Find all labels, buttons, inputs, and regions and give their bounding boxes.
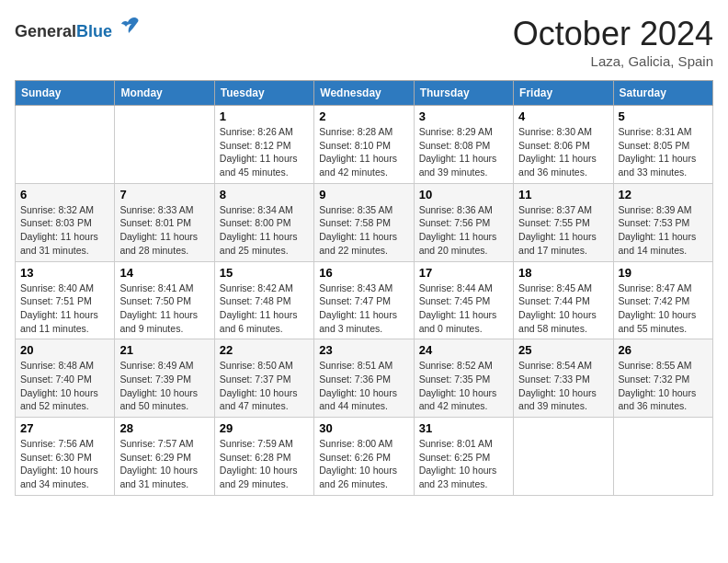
calendar-cell: 23Sunrise: 8:51 AM Sunset: 7:36 PM Dayli… bbox=[314, 339, 414, 418]
day-number: 31 bbox=[419, 421, 508, 435]
day-number: 17 bbox=[419, 266, 508, 280]
calendar-cell: 21Sunrise: 8:49 AM Sunset: 7:39 PM Dayli… bbox=[115, 339, 214, 418]
day-number: 4 bbox=[518, 109, 608, 123]
header-day-friday: Friday bbox=[514, 81, 613, 106]
calendar-cell: 11Sunrise: 8:37 AM Sunset: 7:55 PM Dayli… bbox=[514, 183, 613, 261]
day-number: 12 bbox=[619, 188, 708, 201]
day-number: 5 bbox=[619, 109, 708, 123]
day-number: 24 bbox=[419, 343, 508, 357]
day-number: 27 bbox=[20, 421, 109, 435]
day-number: 15 bbox=[220, 266, 309, 280]
calendar-cell: 27Sunrise: 7:56 AM Sunset: 6:30 PM Dayli… bbox=[16, 418, 115, 496]
day-number: 18 bbox=[518, 266, 608, 280]
calendar-cell: 25Sunrise: 8:54 AM Sunset: 7:33 PM Dayli… bbox=[514, 339, 613, 418]
day-number: 14 bbox=[119, 266, 209, 280]
calendar-body: 1Sunrise: 8:26 AM Sunset: 8:12 PM Daylig… bbox=[16, 106, 713, 496]
day-info: Sunrise: 8:31 AM Sunset: 8:05 PM Dayligh… bbox=[619, 125, 708, 179]
day-info: Sunrise: 8:35 AM Sunset: 7:58 PM Dayligh… bbox=[319, 203, 408, 258]
calendar-week-row: 20Sunrise: 8:48 AM Sunset: 7:40 PM Dayli… bbox=[16, 339, 713, 418]
calendar-cell bbox=[613, 418, 712, 496]
day-info: Sunrise: 8:32 AM Sunset: 8:03 PM Dayligh… bbox=[20, 203, 109, 258]
day-info: Sunrise: 7:59 AM Sunset: 6:28 PM Dayligh… bbox=[220, 437, 309, 491]
header-day-wednesday: Wednesday bbox=[314, 81, 414, 106]
day-info: Sunrise: 7:57 AM Sunset: 6:29 PM Dayligh… bbox=[119, 437, 209, 491]
calendar-cell: 1Sunrise: 8:26 AM Sunset: 8:12 PM Daylig… bbox=[214, 106, 313, 184]
day-number: 19 bbox=[619, 266, 708, 280]
day-number: 26 bbox=[619, 343, 708, 357]
calendar-cell: 26Sunrise: 8:55 AM Sunset: 7:32 PM Dayli… bbox=[613, 339, 712, 418]
month-title: October 2024 bbox=[513, 15, 713, 53]
calendar-cell: 20Sunrise: 8:48 AM Sunset: 7:40 PM Dayli… bbox=[16, 339, 115, 418]
calendar-cell: 31Sunrise: 8:01 AM Sunset: 6:25 PM Dayli… bbox=[414, 418, 513, 496]
header-day-saturday: Saturday bbox=[613, 81, 712, 106]
day-number: 13 bbox=[20, 266, 109, 280]
calendar-cell: 10Sunrise: 8:36 AM Sunset: 7:56 PM Dayli… bbox=[414, 183, 513, 261]
day-info: Sunrise: 8:48 AM Sunset: 7:40 PM Dayligh… bbox=[20, 359, 109, 413]
day-info: Sunrise: 8:39 AM Sunset: 7:53 PM Dayligh… bbox=[619, 203, 708, 258]
calendar-cell: 6Sunrise: 8:32 AM Sunset: 8:03 PM Daylig… bbox=[16, 183, 115, 261]
day-info: Sunrise: 8:43 AM Sunset: 7:47 PM Dayligh… bbox=[319, 282, 408, 336]
header-day-thursday: Thursday bbox=[414, 81, 513, 106]
day-info: Sunrise: 8:44 AM Sunset: 7:45 PM Dayligh… bbox=[419, 282, 508, 336]
day-info: Sunrise: 8:37 AM Sunset: 7:55 PM Dayligh… bbox=[518, 203, 608, 258]
calendar-table: SundayMondayTuesdayWednesdayThursdayFrid… bbox=[15, 80, 713, 496]
day-info: Sunrise: 8:00 AM Sunset: 6:26 PM Dayligh… bbox=[319, 437, 408, 491]
logo: GeneralBlue bbox=[15, 15, 141, 41]
calendar-cell: 17Sunrise: 8:44 AM Sunset: 7:45 PM Dayli… bbox=[414, 261, 513, 339]
header-day-sunday: Sunday bbox=[16, 81, 115, 106]
location-subtitle: Laza, Galicia, Spain bbox=[513, 53, 713, 69]
day-number: 7 bbox=[119, 188, 209, 201]
day-number: 11 bbox=[518, 188, 608, 201]
day-number: 29 bbox=[220, 421, 309, 435]
day-info: Sunrise: 8:47 AM Sunset: 7:42 PM Dayligh… bbox=[619, 282, 708, 336]
day-number: 22 bbox=[220, 343, 309, 357]
day-info: Sunrise: 8:42 AM Sunset: 7:48 PM Dayligh… bbox=[220, 282, 309, 336]
day-info: Sunrise: 8:50 AM Sunset: 7:37 PM Dayligh… bbox=[220, 359, 309, 413]
calendar-cell: 24Sunrise: 8:52 AM Sunset: 7:35 PM Dayli… bbox=[414, 339, 513, 418]
day-number: 2 bbox=[319, 109, 408, 123]
calendar-cell: 12Sunrise: 8:39 AM Sunset: 7:53 PM Dayli… bbox=[613, 183, 712, 261]
day-info: Sunrise: 8:29 AM Sunset: 8:08 PM Dayligh… bbox=[419, 125, 508, 179]
day-info: Sunrise: 7:56 AM Sunset: 6:30 PM Dayligh… bbox=[20, 437, 109, 491]
day-info: Sunrise: 8:51 AM Sunset: 7:36 PM Dayligh… bbox=[319, 359, 408, 413]
calendar-header-row: SundayMondayTuesdayWednesdayThursdayFrid… bbox=[16, 81, 713, 106]
calendar-cell: 22Sunrise: 8:50 AM Sunset: 7:37 PM Dayli… bbox=[214, 339, 313, 418]
day-number: 10 bbox=[419, 188, 508, 201]
calendar-cell: 19Sunrise: 8:47 AM Sunset: 7:42 PM Dayli… bbox=[613, 261, 712, 339]
day-info: Sunrise: 8:28 AM Sunset: 8:10 PM Dayligh… bbox=[319, 125, 408, 179]
day-number: 28 bbox=[119, 421, 209, 435]
calendar-cell: 28Sunrise: 7:57 AM Sunset: 6:29 PM Dayli… bbox=[115, 418, 214, 496]
calendar-cell: 14Sunrise: 8:41 AM Sunset: 7:50 PM Dayli… bbox=[115, 261, 214, 339]
day-number: 9 bbox=[319, 188, 408, 201]
header-day-monday: Monday bbox=[115, 81, 214, 106]
day-number: 25 bbox=[518, 343, 608, 357]
calendar-cell: 8Sunrise: 8:34 AM Sunset: 8:00 PM Daylig… bbox=[214, 183, 313, 261]
calendar-week-row: 1Sunrise: 8:26 AM Sunset: 8:12 PM Daylig… bbox=[16, 106, 713, 184]
day-info: Sunrise: 8:49 AM Sunset: 7:39 PM Dayligh… bbox=[119, 359, 209, 413]
calendar-cell: 3Sunrise: 8:29 AM Sunset: 8:08 PM Daylig… bbox=[414, 106, 513, 184]
day-number: 16 bbox=[319, 266, 408, 280]
day-info: Sunrise: 8:01 AM Sunset: 6:25 PM Dayligh… bbox=[419, 437, 508, 491]
day-info: Sunrise: 8:26 AM Sunset: 8:12 PM Dayligh… bbox=[220, 125, 309, 179]
calendar-week-row: 6Sunrise: 8:32 AM Sunset: 8:03 PM Daylig… bbox=[16, 183, 713, 261]
calendar-cell: 30Sunrise: 8:00 AM Sunset: 6:26 PM Dayli… bbox=[314, 418, 414, 496]
calendar-week-row: 13Sunrise: 8:40 AM Sunset: 7:51 PM Dayli… bbox=[16, 261, 713, 339]
calendar-cell: 4Sunrise: 8:30 AM Sunset: 8:06 PM Daylig… bbox=[514, 106, 613, 184]
calendar-cell bbox=[115, 106, 214, 184]
day-number: 6 bbox=[20, 188, 109, 201]
calendar-cell: 5Sunrise: 8:31 AM Sunset: 8:05 PM Daylig… bbox=[613, 106, 712, 184]
day-info: Sunrise: 8:36 AM Sunset: 7:56 PM Dayligh… bbox=[419, 203, 508, 258]
day-info: Sunrise: 8:41 AM Sunset: 7:50 PM Dayligh… bbox=[119, 282, 209, 336]
day-number: 21 bbox=[119, 343, 209, 357]
day-info: Sunrise: 8:33 AM Sunset: 8:01 PM Dayligh… bbox=[119, 203, 209, 258]
calendar-cell: 16Sunrise: 8:43 AM Sunset: 7:47 PM Dayli… bbox=[314, 261, 414, 339]
calendar-cell: 18Sunrise: 8:45 AM Sunset: 7:44 PM Dayli… bbox=[514, 261, 613, 339]
day-number: 20 bbox=[20, 343, 109, 357]
day-info: Sunrise: 8:52 AM Sunset: 7:35 PM Dayligh… bbox=[419, 359, 508, 413]
logo-bird-icon bbox=[119, 15, 141, 37]
calendar-cell: 13Sunrise: 8:40 AM Sunset: 7:51 PM Dayli… bbox=[16, 261, 115, 339]
title-area: October 2024 Laza, Galicia, Spain bbox=[513, 15, 713, 69]
calendar-cell: 15Sunrise: 8:42 AM Sunset: 7:48 PM Dayli… bbox=[214, 261, 313, 339]
day-info: Sunrise: 8:45 AM Sunset: 7:44 PM Dayligh… bbox=[518, 282, 608, 336]
day-number: 3 bbox=[419, 109, 508, 123]
